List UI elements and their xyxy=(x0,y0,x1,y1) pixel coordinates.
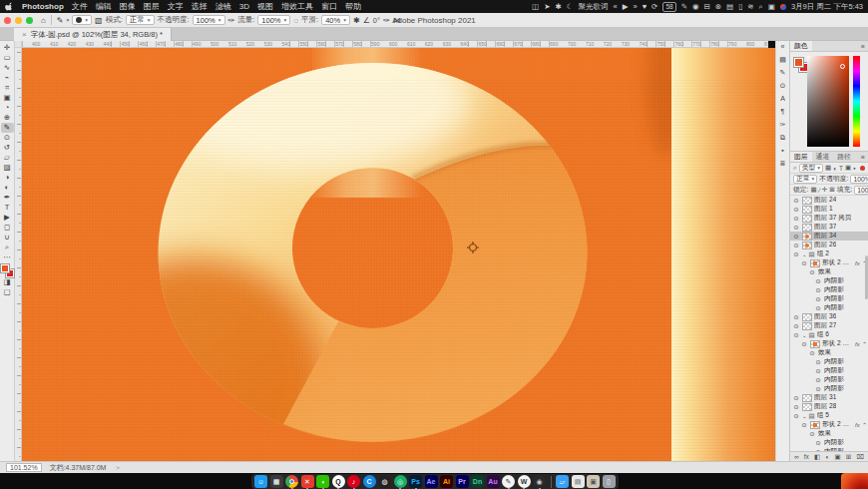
layer-row[interactable]: ⊙图层 37 拷贝 xyxy=(790,214,868,223)
layer-filter-select[interactable]: 类型▾ xyxy=(799,164,823,173)
smoothing-options-icon[interactable]: ✱ xyxy=(353,16,360,25)
layer-row[interactable]: ⊙效果 xyxy=(790,348,868,357)
dock-photoshop[interactable]: Ps xyxy=(409,475,422,488)
pen-tool[interactable]: ✒ xyxy=(1,193,14,203)
hue-slider[interactable] xyxy=(853,56,860,147)
layer-row[interactable]: ⊙内阴影 xyxy=(790,303,868,312)
flow-select[interactable]: 100%▾ xyxy=(257,15,290,25)
layer-row[interactable]: ⊙内阴影 xyxy=(790,294,868,303)
layers-blend-mode-select[interactable]: 正常▾ xyxy=(793,175,817,184)
panel-brushes-icon[interactable]: ✑ xyxy=(780,121,786,128)
filter-on-toggle[interactable] xyxy=(860,166,865,171)
layer-visibility-icon[interactable]: ⊙ xyxy=(800,259,808,266)
path-selection-tool[interactable]: ▶ xyxy=(1,213,14,223)
brush-tool-icon[interactable]: ✎ xyxy=(57,16,64,25)
panel-libraries-icon[interactable]: ⧉ xyxy=(780,134,785,141)
dock-app-green[interactable]: ◎ xyxy=(394,475,407,488)
panel-clone-source-icon[interactable]: ⊙ xyxy=(780,82,786,89)
layer-visibility-icon[interactable]: ⊙ xyxy=(792,313,800,320)
layer-row[interactable]: ⊙内阴影 xyxy=(790,375,868,384)
new-layer-icon[interactable]: ⊞ xyxy=(846,453,851,461)
eraser-tool[interactable]: ▱ xyxy=(1,153,14,163)
layer-row[interactable]: ⊙内阴影 xyxy=(790,384,868,393)
battery-percent[interactable]: 58 xyxy=(662,2,675,12)
canvas[interactable] xyxy=(22,48,775,461)
layer-visibility-icon[interactable]: ⊙ xyxy=(814,367,822,374)
layer-group-icon[interactable]: ▣ xyxy=(834,453,840,461)
layer-visibility-icon[interactable]: ⊙ xyxy=(792,215,800,222)
dock-app-dark[interactable]: ◍ xyxy=(378,475,391,488)
dock-app-blue-c[interactable]: C xyxy=(363,475,376,488)
layer-row[interactable]: ⊙图层 34 xyxy=(790,232,868,241)
smoothing-select[interactable]: 40%▾ xyxy=(321,15,350,25)
tab-channels[interactable]: 通道 xyxy=(812,152,834,162)
brush-tool[interactable]: ✎ xyxy=(1,123,14,133)
layer-row[interactable]: ⊙形状 2 拷贝 3fx ⌃ xyxy=(790,339,868,348)
layer-visibility-icon[interactable]: ⊙ xyxy=(814,385,822,392)
panel-properties-icon[interactable]: ▤ xyxy=(779,56,786,63)
document-tab[interactable]: × 字体-圆.psd @ 102%(图层 34, RGB/8) * xyxy=(14,28,172,41)
media-repeat-icon[interactable]: ⟳ xyxy=(651,2,657,11)
dock-wechat[interactable]: ◖ xyxy=(316,475,329,488)
cursor-app-icon[interactable]: ➤ xyxy=(544,2,550,11)
layer-row[interactable]: ⊙形状 2 拷贝fx ⌃ xyxy=(790,258,868,267)
menubar-item[interactable]: 选择 xyxy=(192,1,208,12)
zoom-window-button[interactable] xyxy=(26,17,33,24)
dock-dimension[interactable]: Dn xyxy=(471,475,484,488)
healing-brush-tool[interactable]: ⊕ xyxy=(1,113,14,123)
pressure-opacity-icon[interactable]: ✑ xyxy=(228,16,235,25)
layer-visibility-icon[interactable]: ⊙ xyxy=(808,349,816,356)
filter-smart-object-icon[interactable]: ▪ xyxy=(853,165,855,172)
layer-visibility-icon[interactable]: ⊙ xyxy=(814,295,822,302)
menubar-item[interactable]: 文件 xyxy=(72,1,88,12)
link-layers-icon[interactable]: ∞ xyxy=(794,453,799,460)
layer-row[interactable]: ⊙内阴影 xyxy=(790,357,868,366)
layer-visibility-icon[interactable]: ⊙ xyxy=(792,322,800,329)
layer-visibility-icon[interactable]: ⊙ xyxy=(814,448,822,451)
menubar-item[interactable]: 图层 xyxy=(144,1,160,12)
layer-visibility-icon[interactable]: ⊙ xyxy=(792,412,800,419)
lock-position-icon[interactable]: ✛ xyxy=(822,186,827,194)
layer-visibility-icon[interactable]: ⊙ xyxy=(792,394,800,401)
do-not-disturb-icon[interactable]: ⊗ xyxy=(715,2,721,11)
shape-tool[interactable]: ◻ xyxy=(1,223,14,233)
dock-netease-music[interactable]: ♪ xyxy=(347,475,360,488)
chevron-down-icon[interactable]: ⌄ xyxy=(802,332,807,338)
panel-paragraph-icon[interactable]: ¶ xyxy=(781,108,785,115)
panel-info-icon[interactable]: ≣ xyxy=(780,160,786,167)
layer-row[interactable]: ⊙图层 26 xyxy=(790,241,868,249)
layer-visibility-icon[interactable]: ⊙ xyxy=(814,277,822,284)
brush-preset-picker[interactable]: ▾ xyxy=(72,15,92,25)
gradient-tool[interactable]: ▨ xyxy=(1,163,14,173)
status-options-arrow[interactable]: ＞ xyxy=(114,463,121,473)
object-selection-tool[interactable]: ⌁ xyxy=(1,73,14,83)
brush-angle-value[interactable]: 0° xyxy=(373,16,380,25)
layer-visibility-icon[interactable]: ⊙ xyxy=(792,250,800,257)
type-tool[interactable]: T xyxy=(1,203,14,213)
layer-row[interactable]: ⊙效果 xyxy=(790,429,868,438)
dock-downloads-folder[interactable]: ▱ xyxy=(556,475,569,488)
minimize-window-button[interactable] xyxy=(15,17,22,24)
brush-settings-toggle-icon[interactable]: ▧ xyxy=(95,16,103,25)
zoom-level-field[interactable]: 101.52% xyxy=(6,463,42,472)
layer-row[interactable]: ⊙形状 2 拷贝 2fx ⌃ xyxy=(790,420,868,429)
layer-effects-icon[interactable]: fx xyxy=(804,453,809,460)
layer-visibility-icon[interactable]: ⊙ xyxy=(800,340,808,347)
layer-visibility-icon[interactable]: ⊙ xyxy=(814,358,822,365)
layers-opacity-select[interactable]: 100%▾ xyxy=(850,175,868,184)
color-gradient-box[interactable] xyxy=(807,56,849,147)
dodge-tool[interactable]: ◐ xyxy=(1,183,14,193)
layer-visibility-icon[interactable]: ⊙ xyxy=(792,242,800,248)
dock-image-file[interactable]: ▤ xyxy=(572,475,585,488)
adjustment-layer-icon[interactable]: ◐ xyxy=(825,453,829,460)
layer-mask-icon[interactable]: ◧ xyxy=(814,453,820,461)
menubar-item[interactable]: Photoshop xyxy=(22,2,64,11)
dock-app-red[interactable]: ✕ xyxy=(301,475,314,488)
display-icon[interactable]: ◫ xyxy=(532,2,539,11)
layer-row[interactable]: ⊙图层 24 xyxy=(790,196,868,205)
lock-transparency-icon[interactable]: ▦ xyxy=(810,186,816,194)
layer-row[interactable]: ⊙图层 36 xyxy=(790,312,868,321)
dock-finder[interactable]: ☺ xyxy=(254,475,267,488)
layer-visibility-icon[interactable]: ⊙ xyxy=(800,421,808,428)
layer-row[interactable]: ⊙效果 xyxy=(790,267,868,276)
